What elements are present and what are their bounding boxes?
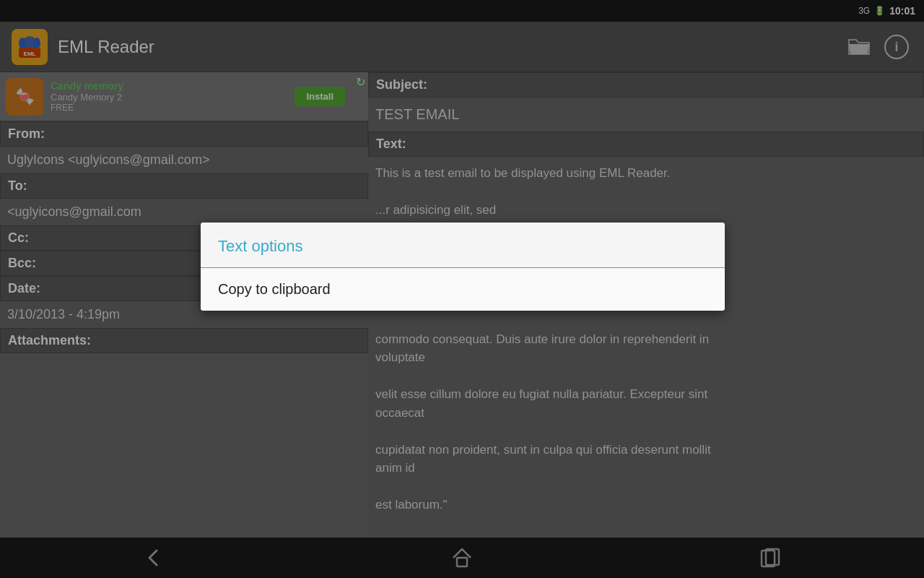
- context-menu-title: Text options: [201, 223, 725, 267]
- context-menu: Text options Copy to clipboard: [201, 223, 725, 311]
- copy-to-clipboard-item[interactable]: Copy to clipboard: [201, 268, 725, 311]
